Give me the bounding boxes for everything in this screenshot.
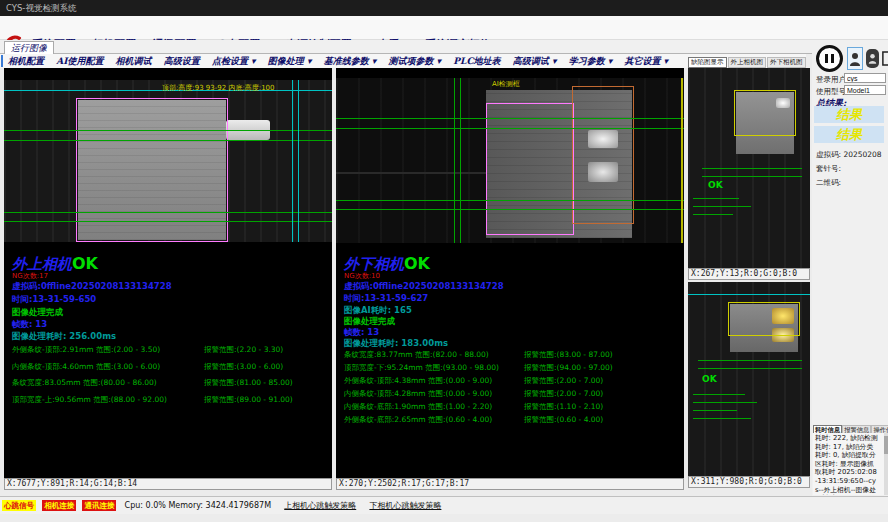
tool-camera-config[interactable]: 相机配置 bbox=[8, 55, 44, 68]
preview-tab-upper-cam[interactable]: 外上相机图 bbox=[728, 57, 767, 68]
measurement-row: 顶部宽度-下:95.24mm 范围:(93.00 - 98.00) bbox=[344, 363, 499, 373]
green-vertical-line bbox=[454, 78, 455, 243]
green-measure-line bbox=[336, 200, 684, 201]
measurement-row: 内侧条纹-顶部:4.60mm 范围:(3.00 - 6.00) bbox=[12, 362, 160, 372]
tool-camera-debug[interactable]: 相机调试 bbox=[116, 55, 152, 68]
preview1-ok: OK bbox=[708, 180, 723, 190]
tool-other-settings[interactable]: 其它设置 ▾ bbox=[624, 55, 668, 68]
operator-button[interactable] bbox=[866, 49, 879, 68]
preview-tabs: 缺陷图显示外上相机图外下相机图 bbox=[688, 55, 810, 67]
tool-test-params[interactable]: 测试项参数 ▾ bbox=[388, 55, 441, 68]
lower-time-line: 时间:13-31-59-627 bbox=[344, 293, 428, 305]
tool-spot-check[interactable]: 点检设置 ▾ bbox=[212, 55, 256, 68]
camera-status-badge: 相机连接 bbox=[42, 500, 76, 511]
stats-scrollbar-thumb[interactable] bbox=[884, 436, 888, 454]
lower-image-annotation: AI检测框 bbox=[492, 79, 520, 89]
upper-coords-bar: X:7677;Y:891;R:14;G:14;B:14 bbox=[4, 478, 332, 490]
upper-frame-line: 帧数: 13 bbox=[12, 319, 47, 331]
measurement-row: 外侧条纹-顶部:4.38mm 范围:(0.00 - 9.00) bbox=[344, 376, 492, 386]
tiny-text-line bbox=[693, 214, 733, 215]
tiny-text-line bbox=[693, 394, 745, 395]
preview2-coords-bar: X:311;Y:980;R:0;G:0;B:0 bbox=[688, 476, 810, 488]
pause-icon bbox=[831, 54, 834, 63]
upper-camera-heartbeat-link[interactable]: 上相机心跳触发策略 bbox=[284, 501, 356, 510]
alarm-range: 报警范围:(1.10 - 2.10) bbox=[524, 402, 603, 412]
cpu-memory-text: Cpu: 0.0% Memory: 3424.4179687M bbox=[125, 501, 271, 510]
menu-bar: 系统配置 相机配置 通讯配置 IO卡配置 ▾ 光源控制配置 ▾ 查看 ▾ 系统语… bbox=[0, 16, 888, 40]
alarm-range: 报警范围:(2.00 - 7.00) bbox=[524, 376, 603, 386]
upper-camera-view[interactable]: 顶部:高度:93 93-92 内底:高度:100 外上相机OK NG次数:17 … bbox=[4, 68, 332, 478]
preview1-image: OK bbox=[688, 68, 810, 268]
preview1-coords-bar: X:267;Y:13;R:0;G:0;B:0 bbox=[688, 268, 810, 280]
upper-time-line: 时间:13-31-59-650 bbox=[12, 294, 96, 306]
tiny-text-line bbox=[693, 418, 751, 419]
tab-run-image[interactable]: 运行图像 bbox=[4, 41, 54, 54]
lower-vcode-line: 虚拟码:0ffline20250208133134728 bbox=[344, 281, 504, 293]
green-vertical-line bbox=[460, 78, 461, 243]
preview-tab-lower-cam[interactable]: 外下相机图 bbox=[767, 57, 806, 68]
tool-baseline-params[interactable]: 基准线参数 ▾ bbox=[324, 55, 377, 68]
tool-learning-params[interactable]: 学习参数 ▾ bbox=[569, 55, 613, 68]
tiny-text-line bbox=[693, 206, 751, 207]
tiny-text-line bbox=[693, 410, 737, 411]
alarm-range: 报警范围:(94.00 - 97.00) bbox=[524, 363, 613, 373]
window-titlebar: CYS-视觉检测系统 bbox=[0, 0, 888, 16]
logout-icon bbox=[881, 50, 888, 67]
toolbar-items: 相机配置 AI使用配置 相机调试 高级设置 点检设置 ▾ 图像处理 ▾ 基准线参… bbox=[8, 55, 677, 68]
alarm-range: 报警范围:(81.00 - 85.00) bbox=[204, 378, 293, 388]
part-highlight bbox=[776, 98, 790, 108]
lower-camera-view[interactable]: AI检测框 外下相机OK NG次数:10 虚拟码:0ffline20250208… bbox=[336, 68, 684, 478]
heartbeat-status-badge: 心跳信号 bbox=[2, 500, 36, 511]
tiny-text-line bbox=[693, 402, 757, 403]
preview-view-1[interactable]: OK bbox=[688, 68, 810, 268]
green-measure-line bbox=[336, 128, 684, 129]
green-measure-line bbox=[4, 221, 332, 222]
alarm-range: 报警范围:(3.00 - 6.00) bbox=[204, 362, 283, 372]
upper-camera-image: 顶部:高度:93 93-92 内底:高度:100 bbox=[4, 80, 332, 242]
status-bar: 心跳信号 相机连接 通讯连接 Cpu: 0.0% Memory: 3424.41… bbox=[0, 496, 888, 514]
preview2-ok: OK bbox=[702, 374, 717, 384]
green-measure-line bbox=[336, 209, 684, 210]
yellow-roi-outline bbox=[734, 90, 796, 136]
tool-advanced-settings[interactable]: 高级设置 bbox=[164, 55, 200, 68]
stats-log[interactable]: 耗时: 222, 缺陷检测耗时: 17, 缺陷分类耗时: 0, 缺陷提取分区耗时… bbox=[813, 433, 884, 495]
vcode-label: 虚拟码: 20250208 bbox=[816, 150, 882, 160]
tab-strip: 运行图像 bbox=[0, 40, 888, 54]
toolbar: 相机配置 AI使用配置 相机调试 高级设置 点检设置 ▾ 图像处理 ▾ 基准线参… bbox=[0, 54, 806, 68]
lower-result-ok: OK bbox=[404, 254, 430, 273]
measurement-row: 内侧条纹-顶部:4.28mm 范围:(0.00 - 9.00) bbox=[344, 389, 492, 399]
user-icon bbox=[849, 51, 861, 67]
preview-tab-defect[interactable]: 缺陷图显示 bbox=[688, 57, 727, 68]
upper-elapsed-line: 图像处理耗时: 256.00ms bbox=[12, 331, 116, 343]
operator-icon bbox=[868, 52, 877, 65]
model-field[interactable] bbox=[844, 85, 886, 95]
logout-button[interactable] bbox=[881, 49, 888, 68]
tool-ai-usage-config[interactable]: AI使用配置 bbox=[56, 55, 103, 68]
lower-camera-image: AI检测框 bbox=[336, 78, 684, 243]
lower-camera-heartbeat-link[interactable]: 下相机心跳触发策略 bbox=[369, 501, 441, 510]
green-measure-line bbox=[4, 212, 332, 213]
cyan-reference-line bbox=[688, 294, 810, 295]
green-measure-line bbox=[698, 368, 802, 369]
cyan-measure-line bbox=[292, 80, 293, 242]
green-measure-line bbox=[702, 168, 802, 169]
preview-view-2[interactable]: OK bbox=[688, 282, 810, 476]
tool-plc-address-table[interactable]: PLC地址表 bbox=[453, 55, 500, 68]
alarm-range: 报警范围:(0.60 - 4.00) bbox=[524, 415, 603, 425]
alarm-range: 报警范围:(89.00 - 91.00) bbox=[204, 395, 293, 405]
measurement-row: 条纹宽度:83.05mm 范围:(80.00 - 86.00) bbox=[12, 378, 157, 388]
upper-vcode-line: 虚拟码:0ffline20250208133134728 bbox=[12, 281, 172, 293]
upper-done-line: 图像处理完成 bbox=[12, 307, 63, 319]
user-button[interactable] bbox=[847, 47, 863, 70]
tool-advanced-debug[interactable]: 高级调试 ▾ bbox=[513, 55, 557, 68]
ai-detect-box bbox=[572, 86, 634, 224]
login-user-field[interactable] bbox=[844, 73, 886, 83]
tool-image-processing[interactable]: 图像处理 ▾ bbox=[268, 55, 312, 68]
green-measure-line bbox=[698, 360, 802, 361]
alarm-range: 报警范围:(83.00 - 87.00) bbox=[524, 350, 613, 360]
pause-button[interactable] bbox=[816, 45, 843, 72]
measurement-row: 顶部宽度-上:90.56mm 范围:(88.00 - 92.00) bbox=[12, 395, 167, 405]
measurement-row: 内侧条纹-底部:1.90mm 范围:(1.00 - 2.20) bbox=[344, 402, 492, 412]
green-measure-line bbox=[4, 140, 332, 141]
lower-ng-count: NG次数:10 bbox=[344, 271, 380, 281]
